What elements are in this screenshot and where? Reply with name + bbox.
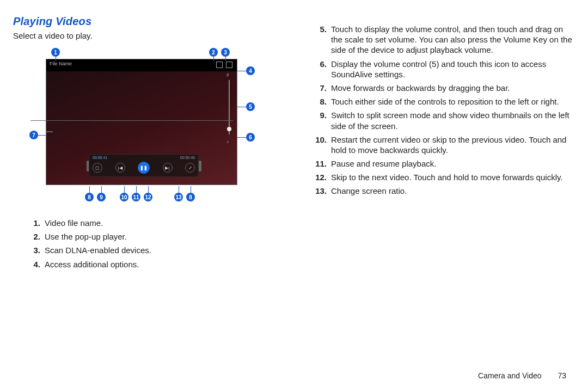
section-heading: Playing Videos bbox=[13, 15, 296, 28]
list-item: Skip to the next video. Touch and hold t… bbox=[324, 172, 575, 182]
page-footer: Camera and Video 73 bbox=[478, 371, 566, 380]
total-time: 00:00:48 bbox=[180, 156, 195, 160]
list-item: Pause and resume playback. bbox=[324, 158, 575, 169]
ratio-icon: ⤢ bbox=[185, 163, 195, 173]
footer-page-number: 73 bbox=[558, 371, 566, 380]
elapsed-time: 00:00:41 bbox=[93, 156, 107, 160]
list-item: Touch to display the volume control, and… bbox=[324, 24, 575, 56]
next-icon: ▶| bbox=[163, 163, 173, 173]
callout-list-left: Video file name. Use the pop-up player. … bbox=[13, 218, 296, 270]
callout-2: 2 bbox=[209, 48, 218, 57]
pause-icon: ❚❚ bbox=[138, 162, 150, 174]
callout-list-right: Touch to display the volume control, and… bbox=[305, 24, 575, 197]
video-player-screenshot: File Name 2 ♪ 00:00:41 bbox=[46, 59, 237, 185]
split-screen-handle bbox=[46, 131, 53, 132]
callout-10: 10 bbox=[120, 193, 128, 201]
figure: File Name 2 ♪ 00:00:41 bbox=[24, 48, 258, 211]
list-item: Change screen ratio. bbox=[324, 186, 575, 196]
list-item: Touch either side of the controls to rep… bbox=[324, 96, 575, 107]
popup-player-icon bbox=[216, 62, 223, 68]
soundalive-icon: ♪ bbox=[226, 139, 229, 144]
playback-controls: 00:00:41 00:00:48 ▢ |◀ ❚❚ ▶| ⤢ bbox=[89, 154, 199, 177]
callout-13: 13 bbox=[174, 193, 183, 201]
callout-7: 7 bbox=[29, 131, 38, 139]
screen-ratio-icon: ▢ bbox=[93, 163, 102, 173]
callout-3: 3 bbox=[221, 48, 230, 57]
list-item: Move forwards or backwards by dragging t… bbox=[324, 83, 575, 93]
list-item: Access additional options. bbox=[41, 259, 296, 270]
callout-8b: 8 bbox=[186, 193, 195, 201]
callout-11: 11 bbox=[132, 193, 140, 201]
callout-12: 12 bbox=[144, 193, 152, 201]
callout-4: 4 bbox=[246, 66, 255, 75]
callout-6: 6 bbox=[246, 133, 255, 142]
dlna-scan-icon bbox=[226, 62, 232, 68]
list-item: Video file name. bbox=[41, 218, 296, 228]
list-item: Display the volume control (5) and touch… bbox=[324, 59, 575, 79]
callout-9: 9 bbox=[97, 193, 106, 201]
previous-icon: |◀ bbox=[115, 163, 125, 173]
volume-bar: 2 ♪ bbox=[226, 72, 232, 144]
callout-8a: 8 bbox=[85, 193, 94, 201]
list-item: Scan DLNA-enabled devices. bbox=[41, 245, 296, 255]
video-file-name: File Name bbox=[50, 61, 72, 66]
list-item: Restart the current video or skip to the… bbox=[324, 134, 575, 155]
reposition-handle-right bbox=[199, 161, 201, 171]
list-item: Switch to split screen mode and show vid… bbox=[324, 110, 575, 131]
callout-1: 1 bbox=[51, 48, 60, 57]
volume-value: 2 bbox=[226, 72, 229, 77]
footer-section: Camera and Video bbox=[478, 371, 541, 380]
intro-text: Select a video to play. bbox=[13, 31, 296, 40]
callout-5: 5 bbox=[246, 102, 255, 111]
list-item: Use the pop-up player. bbox=[41, 231, 296, 242]
